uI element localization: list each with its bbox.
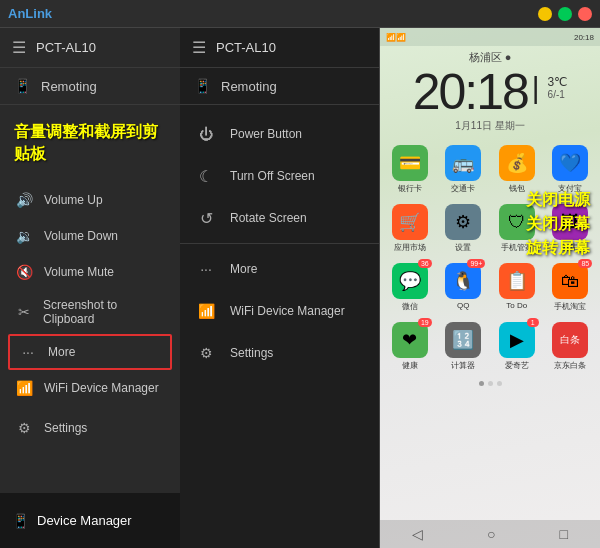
minimize-button[interactable]: [538, 7, 552, 21]
app-icon-img-todo: 📋: [499, 263, 535, 299]
app-icon-img-iqiyi: ▶ 1: [499, 322, 535, 358]
app-icon-img-zhifubao: 💙: [552, 145, 588, 181]
weather-info: 3℃ 6/-1: [548, 67, 568, 100]
phone-content: 📶📶 20:18 杨浦区 ● 20:18 | 3℃ 6/-1 1月11日 星期一: [380, 28, 600, 548]
middle-menu-wifi-device-manager[interactable]: 📶 WiFi Device Manager: [180, 290, 379, 332]
wifi-icon: 📶: [14, 378, 34, 398]
app-icon-taobao[interactable]: 🛍 85 手机淘宝: [545, 259, 597, 316]
sidebar-remoting: 📱 Remoting: [0, 68, 180, 105]
volume-mute-icon: 🔇: [14, 262, 34, 282]
app-icon-iqiyi[interactable]: ▶ 1 爱奇艺: [491, 318, 543, 375]
middle-menu-rotate-screen[interactable]: ↺ Rotate Screen: [180, 197, 379, 239]
power-button-label: Power Button: [230, 127, 302, 141]
volume-up-icon: 🔊: [14, 190, 34, 210]
app-icon-jingdong[interactable]: 白条 京东白条: [545, 318, 597, 375]
nav-back-button[interactable]: ◁: [412, 526, 423, 542]
dot-2: [488, 381, 493, 386]
main-container: ☰ PCT-AL10 📱 Remoting 音量调整和截屏到剪贴板 🔊 Volu…: [0, 28, 600, 548]
menu-item-more[interactable]: ··· More: [8, 334, 172, 370]
app-icon-img-jisuanqi: 🔢: [445, 322, 481, 358]
app-icon-jiaotongka[interactable]: 🚌 交通卡: [438, 141, 490, 198]
app-icon-img-taobao: 🛍 85: [552, 263, 588, 299]
maximize-button[interactable]: [558, 7, 572, 21]
pipe-divider: |: [532, 73, 540, 103]
app-label-guanjia: 手机管家: [501, 242, 533, 253]
middle-menu-settings[interactable]: ⚙ Settings: [180, 332, 379, 374]
settings-icon: ⚙: [14, 418, 34, 438]
close-button[interactable]: [578, 7, 592, 21]
app-icon-zhifubao[interactable]: 💙 支付宝: [545, 141, 597, 198]
app-label-shezhi: 设置: [455, 242, 471, 253]
middle-remoting-label: Remoting: [221, 79, 277, 94]
middle-menu-more[interactable]: ··· More: [180, 248, 379, 290]
volume-mute-label: Volume Mute: [44, 265, 114, 279]
menu-item-volume-down[interactable]: 🔉 Volume Down: [0, 218, 180, 254]
app-icon-img-tuku: 🖼: [552, 204, 588, 240]
menu-item-volume-mute[interactable]: 🔇 Volume Mute: [0, 254, 180, 290]
phone-time-display: 20:18: [413, 67, 528, 117]
phone-date: 1月11日 星期一: [380, 119, 600, 133]
nav-home-button[interactable]: ○: [487, 526, 495, 542]
app-icon-img-jingdong: 白条: [552, 322, 588, 358]
page-dots: [380, 381, 600, 386]
middle-hamburger-icon[interactable]: ☰: [192, 38, 206, 57]
more-label: More: [48, 345, 75, 359]
turn-off-screen-label: Turn Off Screen: [230, 169, 315, 183]
middle-menu-power-button[interactable]: ⏻ Power Button: [180, 113, 379, 155]
app-icon-qianbao[interactable]: 💰 钱包: [491, 141, 543, 198]
iqiyi-badge: 1: [527, 318, 539, 327]
app-icon-tuku[interactable]: 🖼 图库: [545, 200, 597, 257]
app-icon-img-qianbao: 💰: [499, 145, 535, 181]
sidebar-header: ☰ PCT-AL10: [0, 28, 180, 68]
screenshot-label: Screenshot to Clipboard: [43, 298, 166, 326]
menu-item-settings[interactable]: ⚙ Settings: [0, 410, 180, 446]
phone-time-weather: 20:18 | 3℃ 6/-1: [380, 67, 600, 117]
app-icon-qq[interactable]: 🐧 99+ QQ: [438, 259, 490, 316]
sidebar: ☰ PCT-AL10 📱 Remoting 音量调整和截屏到剪贴板 🔊 Volu…: [0, 28, 180, 548]
app-label-jisuanqi: 计算器: [451, 360, 475, 371]
phone-screen: 📶📶 20:18 杨浦区 ● 20:18 | 3℃ 6/-1 1月11日 星期一: [380, 28, 600, 548]
app-icon-jisuanqi[interactable]: 🔢 计算器: [438, 318, 490, 375]
wifi-device-manager-label: WiFi Device Manager: [44, 381, 159, 395]
app-icon-img-qq: 🐧 99+: [445, 263, 481, 299]
middle-remoting: 📱 Remoting: [180, 68, 379, 105]
app-icon-jiankang[interactable]: ❤ 19 健康: [384, 318, 436, 375]
device-manager-icon: 📱: [12, 513, 29, 529]
menu-item-wifi-device-manager[interactable]: 📶 WiFi Device Manager: [0, 370, 180, 406]
app-icon-img-guanjia: 🛡: [499, 204, 535, 240]
app-icon-img-appstore: 🛒: [392, 204, 428, 240]
middle-phone-icon: 📱: [194, 78, 211, 94]
hamburger-icon[interactable]: ☰: [12, 38, 26, 57]
screenshot-icon: ✂: [14, 302, 33, 322]
volume-down-icon: 🔉: [14, 226, 34, 246]
app-icon-weixin[interactable]: 💬 36 微信: [384, 259, 436, 316]
app-icon-guanjia[interactable]: 🛡 手机管家: [491, 200, 543, 257]
middle-settings-label: Settings: [230, 346, 273, 360]
phone-time-status: 20:18: [574, 33, 594, 42]
volume-up-label: Volume Up: [44, 193, 103, 207]
middle-menu-turn-off-screen[interactable]: ☾ Turn Off Screen: [180, 155, 379, 197]
app-icon-appstore[interactable]: 🛒 应用市场: [384, 200, 436, 257]
app-label-tuku: 图库: [562, 242, 578, 253]
rotate-screen-label: Rotate Screen: [230, 211, 307, 225]
app-label-jiaotongka: 交通卡: [451, 183, 475, 194]
app-icon-shezhi[interactable]: ⚙ 设置: [438, 200, 490, 257]
middle-settings-icon: ⚙: [194, 341, 218, 365]
app-icon-img-shezhi: ⚙: [445, 204, 481, 240]
dot-3: [497, 381, 502, 386]
app-icon-todo[interactable]: 📋 To Do: [491, 259, 543, 316]
power-button-icon: ⏻: [194, 122, 218, 146]
app-icon-img-yinhangka: 💳: [392, 145, 428, 181]
app-icon-yinhangka[interactable]: 💳 银行卡: [384, 141, 436, 198]
middle-panel: ☰ PCT-AL10 📱 Remoting ⏻ Power Button ☾ T…: [180, 28, 380, 548]
nav-recent-button[interactable]: □: [560, 526, 568, 542]
menu-item-volume-up[interactable]: 🔊 Volume Up: [0, 182, 180, 218]
phone-signal-icons: 📶📶: [386, 33, 406, 42]
dot-1: [479, 381, 484, 386]
middle-menu: ⏻ Power Button ☾ Turn Off Screen ↺ Rotat…: [180, 105, 379, 374]
app-logo: AnLink: [8, 6, 52, 21]
phone-nav-bar: ◁ ○ □: [380, 520, 600, 548]
menu-item-screenshot[interactable]: ✂ Screenshot to Clipboard: [0, 290, 180, 334]
phone-status-bar: 📶📶 20:18: [380, 28, 600, 46]
middle-wifi-icon: 📶: [194, 299, 218, 323]
